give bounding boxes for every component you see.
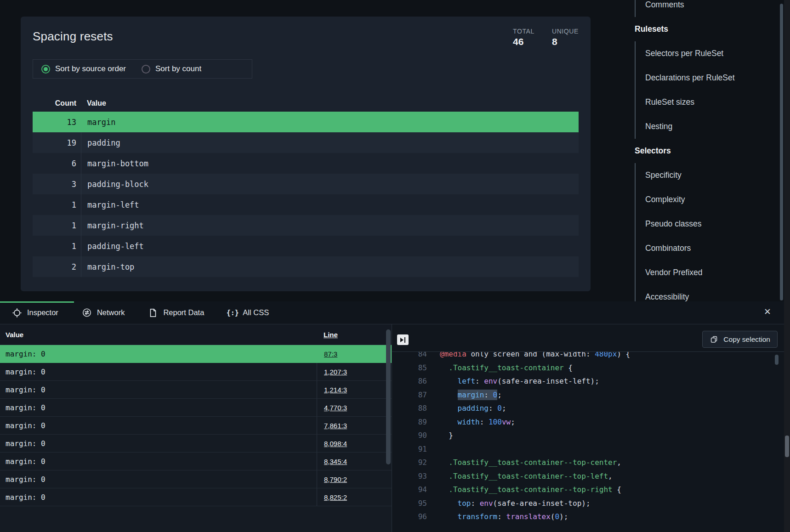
sidebar-scrollbar-thumb[interactable] <box>780 4 783 300</box>
code-scrollbar-thumb[interactable] <box>775 355 779 365</box>
table-row[interactable]: 6margin-bottom <box>33 153 579 174</box>
code-line-number: 89 <box>392 418 433 426</box>
declaration-row[interactable]: margin: 087:3 <box>0 345 392 363</box>
triangle-right-icon <box>400 338 404 342</box>
row-value: padding-block <box>81 174 579 194</box>
code-line: 92 .Toastify__toast-container--top-cente… <box>392 456 784 470</box>
sidebar-item-comments[interactable]: Comments <box>635 0 780 17</box>
sidebar-row: Declarations per RuleSet <box>635 66 780 90</box>
table-row[interactable]: 13margin <box>33 112 579 132</box>
sidebar-item-declarations-per-ruleset[interactable]: Declarations per RuleSet <box>635 66 780 90</box>
declaration-row[interactable]: margin: 01,207:3 <box>0 363 392 381</box>
sidebar-row: Rulesets <box>635 17 780 41</box>
stat-unique: UNIQUE8 <box>552 28 579 47</box>
table-row[interactable]: 1margin-left <box>33 194 579 215</box>
code-line-number: 91 <box>392 445 433 453</box>
spacing-table: Count Value 13margin19padding6margin-bot… <box>33 95 579 277</box>
sidebar-item-pseudo-classes[interactable]: Pseudo classes <box>635 212 780 236</box>
code-toolbar: Copy selection <box>392 324 784 352</box>
toggle-bar-icon <box>404 337 406 343</box>
sidebar-item-nesting[interactable]: Nesting <box>635 114 780 139</box>
code-line-text: .Toastify__toast-container--top-left, <box>433 472 613 481</box>
tab-label: Network <box>97 308 125 317</box>
tab-network[interactable]: Network <box>70 301 137 324</box>
declaration-row[interactable]: margin: 08,345:4 <box>0 453 392 470</box>
declaration-row[interactable]: margin: 08,098:4 <box>0 435 392 453</box>
tab-label: Inspector <box>27 308 58 317</box>
table-row[interactable]: 19padding <box>33 132 579 153</box>
table-row[interactable]: 3padding-block <box>33 174 579 194</box>
stat-label: TOTAL <box>513 28 534 35</box>
code-line: 84@media only screen and (max-width: 480… <box>392 352 784 361</box>
row-value: margin-right <box>81 215 579 236</box>
sidebar-section-rulesets: Rulesets <box>635 24 668 34</box>
declaration-line-link[interactable]: 1,207:3 <box>324 368 347 376</box>
panel-split: Value Line margin: 087:3margin: 01,207:3… <box>0 324 784 532</box>
code-line-number: 96 <box>392 512 433 521</box>
stat-label: UNIQUE <box>552 28 579 35</box>
declaration-line-link[interactable]: 8,825:2 <box>324 493 347 501</box>
declaration-line-link[interactable]: 8,790:2 <box>324 475 347 483</box>
card-stats: TOTAL46UNIQUE8 <box>513 28 579 47</box>
table-row[interactable]: 1margin-right <box>33 215 579 236</box>
code-line: 93 .Toastify__toast-container--top-left, <box>392 470 784 483</box>
sidebar-item-specificity[interactable]: Specificity <box>635 163 780 187</box>
row-count: 3 <box>33 180 81 189</box>
page-scrollbar[interactable] <box>784 0 790 532</box>
declaration-line-cell: 87:3 <box>317 345 392 362</box>
sidebar-item-vendor-prefixed[interactable]: Vendor Prefixed <box>635 260 780 285</box>
decl-line-sort-header[interactable]: Line <box>317 331 392 339</box>
radio-icon <box>142 65 150 74</box>
braces-icon: {:} <box>228 308 237 317</box>
sort-option-0[interactable]: Sort by source order <box>41 64 126 74</box>
sidebar-item-accessibility[interactable]: Accessibility <box>635 285 780 301</box>
row-value: margin-bottom <box>81 153 579 174</box>
spacing-resets-card: Spacing resets TOTAL46UNIQUE8 Sort by so… <box>21 17 591 291</box>
declaration-line-cell: 1,207:3 <box>317 363 392 380</box>
close-icon[interactable]: ✕ <box>764 307 771 316</box>
declaration-line-cell: 8,098:4 <box>317 435 392 452</box>
row-count: 6 <box>33 159 81 168</box>
declarations-table: Value Line margin: 087:3margin: 01,207:3… <box>0 324 392 532</box>
code-line-text: @media only screen and (max-width: 480px… <box>433 352 630 358</box>
row-value: margin <box>81 112 579 132</box>
row-count: 1 <box>33 221 81 230</box>
sidebar-item-combinators[interactable]: Combinators <box>635 236 780 260</box>
code-line-text: left: env(safe-area-inset-left); <box>433 377 599 385</box>
report-nav-sidebar: CommentsRulesetsSelectors per RuleSetDec… <box>635 0 780 301</box>
declaration-line-link[interactable]: 4,770:3 <box>324 404 347 412</box>
declaration-line-link[interactable]: 1,214:3 <box>324 386 347 394</box>
tab-label: Report Data <box>163 308 204 317</box>
sidebar-row: Vendor Prefixed <box>635 260 780 285</box>
declaration-line-cell: 8,790:2 <box>317 470 392 488</box>
table-row[interactable]: 1padding-left <box>33 236 579 256</box>
declaration-row[interactable]: margin: 08,790:2 <box>0 470 392 488</box>
declaration-line-link[interactable]: 7,861:3 <box>324 422 347 430</box>
sort-option-label: Sort by count <box>155 64 201 74</box>
tab-inspector[interactable]: Inspector <box>0 301 70 324</box>
table-row[interactable]: 2margin-top <box>33 256 579 277</box>
sidebar-item-ruleset-sizes[interactable]: RuleSet sizes <box>635 90 780 114</box>
tab-report-data[interactable]: Report Data <box>136 301 216 324</box>
sidebar-item-complexity[interactable]: Complexity <box>635 187 780 212</box>
declaration-row[interactable]: margin: 01,214:3 <box>0 381 392 399</box>
sort-option-1[interactable]: Sort by count <box>142 64 201 74</box>
declaration-line-link[interactable]: 8,345:4 <box>324 458 347 465</box>
declaration-row[interactable]: margin: 07,861:3 <box>0 417 392 435</box>
declarations-scrollbar-thumb[interactable] <box>386 329 391 464</box>
declaration-line-link[interactable]: 8,098:4 <box>324 440 347 447</box>
page-scrollbar-thumb[interactable] <box>785 436 789 457</box>
declaration-line-link[interactable]: 87:3 <box>324 350 337 358</box>
declaration-row[interactable]: margin: 08,825:2 <box>0 488 392 506</box>
code-line: 89 width: 100vw; <box>392 415 784 429</box>
row-value: margin-left <box>81 194 579 215</box>
active-tab-indicator <box>0 301 74 303</box>
code-area: 84@media only screen and (max-width: 480… <box>392 352 784 532</box>
expand-panel-icon[interactable] <box>397 334 409 345</box>
sidebar-item-selectors-per-ruleset[interactable]: Selectors per RuleSet <box>635 41 780 66</box>
app-root: Spacing resets TOTAL46UNIQUE8 Sort by so… <box>0 0 790 532</box>
sidebar-row: Selectors <box>635 139 780 163</box>
tab-all-css[interactable]: {:}All CSS <box>216 301 281 324</box>
declaration-row[interactable]: margin: 04,770:3 <box>0 399 392 417</box>
copy-selection-button[interactable]: Copy selection <box>702 331 778 348</box>
